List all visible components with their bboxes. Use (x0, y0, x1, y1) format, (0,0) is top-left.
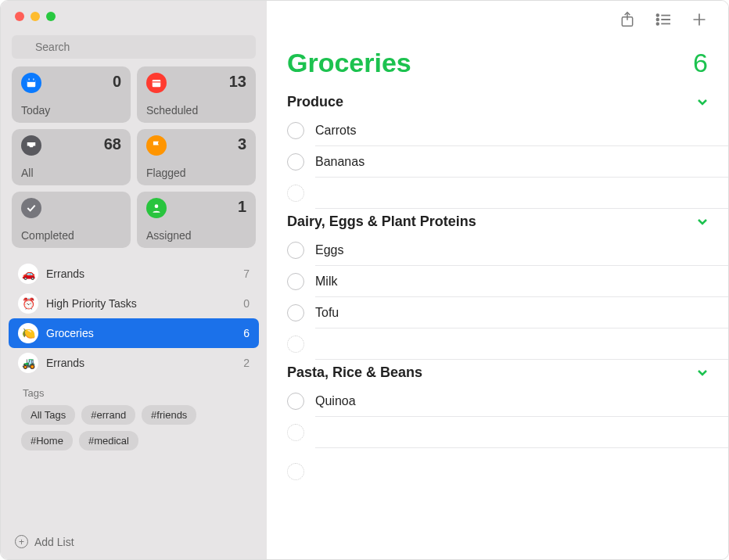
task-row[interactable]: Carrots (267, 115, 728, 146)
list-title: Groceries (287, 48, 411, 78)
list-item-count: 6 (243, 327, 250, 339)
new-task-placeholder-icon[interactable] (287, 463, 304, 480)
smart-list-scheduled[interactable]: 13 Scheduled (137, 66, 256, 123)
task-title: Milk (315, 275, 337, 289)
share-button[interactable] (619, 11, 636, 28)
search-input[interactable] (12, 35, 256, 59)
svg-rect-3 (27, 80, 36, 82)
task-row[interactable]: Bananas (267, 146, 728, 178)
new-task-row[interactable] (267, 328, 728, 360)
smart-list-completed[interactable]: Completed (12, 192, 131, 248)
smart-label: All (21, 167, 121, 179)
person-icon (146, 198, 167, 218)
complete-toggle[interactable] (287, 122, 304, 139)
toolbar (267, 1, 728, 38)
list-total-count: 6 (693, 48, 708, 78)
list-emoji-icon: 🍋 (18, 323, 38, 343)
list-emoji-icon: 🚗 (18, 264, 38, 284)
svg-point-15 (656, 23, 659, 25)
new-task-placeholder-icon[interactable] (287, 424, 304, 441)
task-title: Eggs (315, 243, 343, 257)
smart-list-today[interactable]: 0 Today (12, 66, 131, 123)
section-title: Dairy, Eggs & Plant Proteins (287, 214, 476, 230)
list-item-label: Groceries (46, 327, 243, 339)
smart-count: 3 (238, 135, 246, 153)
section-header[interactable]: Dairy, Eggs & Plant Proteins (267, 209, 728, 235)
flag-icon (146, 135, 167, 156)
list-item-label: Errands (46, 357, 243, 369)
calendar-icon (146, 73, 167, 93)
plus-circle-icon: + (15, 535, 28, 548)
smart-label: Today (21, 104, 121, 117)
section-title: Pasta, Rice & Beans (287, 364, 422, 381)
task-title: Carrots (315, 124, 356, 138)
add-list-label: Add List (34, 536, 74, 548)
svg-rect-6 (153, 80, 161, 87)
svg-rect-5 (33, 78, 34, 80)
new-task-row[interactable] (267, 456, 728, 487)
tag[interactable]: #friends (142, 405, 196, 425)
smart-list-flagged[interactable]: 3 Flagged (137, 129, 256, 185)
list-item-groceries[interactable]: 🍋 Groceries 6 (9, 318, 259, 348)
complete-toggle[interactable] (287, 242, 304, 259)
list-header: Groceries 6 (267, 38, 728, 89)
tag[interactable]: #Home (21, 431, 73, 451)
task-row[interactable]: Tofu (267, 297, 728, 328)
tag[interactable]: #errand (81, 405, 135, 425)
my-lists: 🚗 Errands 7 ⏰ High Priority Tasks 0 🍋 Gr… (1, 256, 267, 527)
add-list-button[interactable]: + Add List (1, 527, 267, 559)
sidebar: 0 Today 13 Scheduled 68 (1, 1, 267, 559)
new-reminder-button[interactable] (691, 11, 708, 28)
new-task-row[interactable] (267, 178, 728, 209)
complete-toggle[interactable] (287, 304, 304, 321)
list-item[interactable]: 🚜 Errands 2 (9, 348, 259, 378)
smart-lists-grid: 0 Today 13 Scheduled 68 (1, 66, 267, 256)
section: Dairy, Eggs & Plant Proteins Eggs Milk T… (267, 209, 728, 360)
tags-section: Tags All Tags #errand #friends #Home #me… (9, 378, 259, 451)
list-item[interactable]: ⏰ High Priority Tasks 0 (9, 289, 259, 318)
smart-count: 68 (104, 135, 121, 153)
minimize-window-button[interactable] (31, 12, 40, 21)
section: Produce Carrots Bananas (267, 89, 728, 209)
list-item-count: 0 (243, 297, 250, 310)
new-task-placeholder-icon[interactable] (287, 185, 304, 202)
chevron-down-icon (697, 218, 708, 226)
close-window-button[interactable] (15, 12, 24, 21)
list-item[interactable]: 🚗 Errands 7 (9, 259, 259, 289)
section-title: Produce (287, 94, 343, 110)
tag[interactable]: #medical (79, 431, 138, 451)
smart-label: Assigned (146, 229, 246, 242)
svg-point-13 (656, 19, 659, 21)
new-task-placeholder-icon[interactable] (287, 336, 304, 353)
complete-toggle[interactable] (287, 393, 304, 410)
new-task-row[interactable] (267, 417, 728, 448)
smart-list-all[interactable]: 68 All (12, 129, 131, 185)
smart-count: 1 (238, 198, 246, 216)
tags-header: Tags (21, 387, 251, 399)
smart-list-assigned[interactable]: 1 Assigned (137, 192, 256, 248)
svg-rect-4 (29, 78, 30, 80)
chevron-down-icon (697, 369, 708, 377)
window-controls (1, 1, 267, 32)
list-item-label: Errands (46, 267, 243, 280)
task-row[interactable]: Milk (267, 266, 728, 297)
smart-label: Completed (21, 229, 121, 242)
checkmark-circle-icon (21, 198, 41, 218)
section: Pasta, Rice & Beans Quinoa (267, 360, 728, 448)
maximize-window-button[interactable] (46, 12, 56, 21)
calendar-today-icon (21, 73, 41, 93)
list-view-button[interactable] (655, 11, 672, 28)
task-row[interactable]: Quinoa (267, 386, 728, 417)
complete-toggle[interactable] (287, 273, 304, 290)
section-header[interactable]: Produce (267, 89, 728, 115)
svg-point-11 (656, 14, 659, 16)
chevron-down-icon (697, 99, 708, 106)
complete-toggle[interactable] (287, 153, 304, 171)
app-window: 0 Today 13 Scheduled 68 (0, 0, 729, 560)
tag[interactable]: All Tags (21, 405, 75, 425)
smart-count: 13 (229, 73, 246, 91)
list-emoji-icon: 🚜 (18, 353, 38, 373)
list-item-label: High Priority Tasks (46, 297, 243, 310)
section-header[interactable]: Pasta, Rice & Beans (267, 360, 728, 386)
task-row[interactable]: Eggs (267, 235, 728, 266)
